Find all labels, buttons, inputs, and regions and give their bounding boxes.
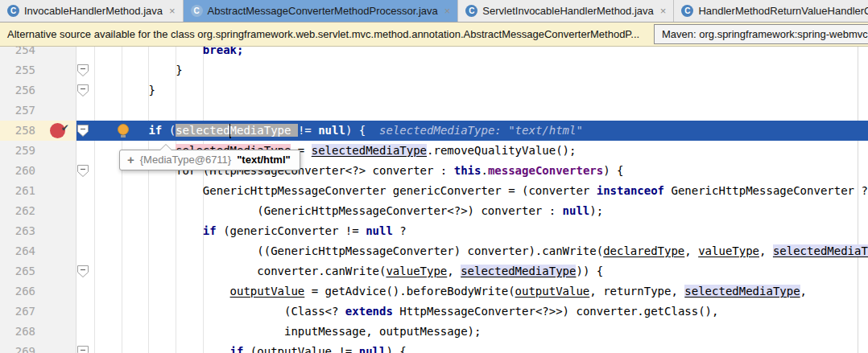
code-token: , (447, 265, 461, 277)
code-token: ? (393, 224, 407, 237)
code-token: declaredType (603, 244, 684, 257)
code-text[interactable]: break; (90, 47, 868, 60)
code-line: 268inputMessage, outputMessage); (0, 322, 868, 342)
code-text[interactable]: } (90, 80, 868, 101)
expand-plus-icon[interactable]: + (127, 154, 134, 166)
code-token: null (359, 345, 386, 353)
code-line: 267(Class<? extends HttpMessageConverter… (0, 302, 868, 322)
fold-region-icon[interactable] (76, 64, 89, 80)
code-token: ) { (386, 345, 406, 353)
code-text[interactable]: converter.canWrite(valueType, selectedMe… (90, 261, 868, 281)
code-token: null (366, 224, 393, 237)
code-text[interactable]: if (selectedMediaType != null) { selecte… (90, 121, 868, 141)
fold-strip (76, 80, 90, 101)
tooltip-value: "text/html" (237, 154, 291, 166)
editor-tab[interactable]: CServletInvocableHandlerMethod.java× (458, 0, 674, 22)
code-token: selectedMediaType (461, 265, 576, 277)
code-token: if (203, 224, 217, 237)
code-text[interactable]: GenericHttpMessageConverter genericConve… (90, 181, 868, 201)
fold-strip (76, 281, 90, 302)
code-line: 263if (genericConverter != null ? (0, 221, 868, 241)
gutter-cell: 265 (0, 261, 76, 281)
code-token: break; (203, 47, 244, 56)
code-token: HttpMessageConverter<?>>) converter.getC… (393, 305, 719, 318)
code-token: (genericConverter != (217, 224, 366, 237)
class-icon: C (7, 5, 19, 17)
intention-bulb-icon[interactable] (118, 124, 129, 135)
code-line: 256} (0, 80, 868, 101)
class-icon: C (191, 5, 203, 17)
code-token: ) { (345, 124, 379, 137)
editor-tab[interactable]: CHandlerMethodReturnValueHandlerCom× (674, 0, 868, 22)
tab-label: InvocableHandlerMethod.java (24, 5, 163, 17)
fold-region-icon[interactable] (76, 265, 89, 281)
fold-strip (76, 101, 90, 121)
code-token: instanceof (597, 184, 664, 197)
fold-region-icon[interactable] (76, 164, 89, 181)
gutter-cell: 261 (0, 181, 76, 201)
code-text[interactable]: if (genericConverter != null ? (90, 221, 868, 241)
code-token: if (230, 345, 244, 353)
fold-region-icon[interactable] (76, 124, 89, 141)
fold-region-icon[interactable] (76, 345, 89, 353)
code-line: 265converter.canWrite(valueType, selecte… (0, 261, 868, 281)
editor-tab-bar: CInvocableHandlerMethod.java×CAbstractMe… (0, 0, 868, 23)
code-token: , (759, 244, 773, 257)
code-token: extends (345, 305, 393, 318)
gutter-cell: 269 (0, 342, 76, 353)
code-token: .removeQualityValue(); (427, 144, 576, 157)
code-text[interactable]: (Class<? extends HttpMessageConverter<?>… (90, 302, 868, 322)
fold-strip (76, 47, 90, 60)
code-token: . (481, 164, 487, 177)
editor-tab[interactable]: CInvocableHandlerMethod.java× (0, 0, 184, 22)
code-token: != (298, 124, 318, 137)
code-editor[interactable]: 254break;255}256}257258if (selectedMedia… (0, 47, 868, 353)
tab-close-icon[interactable]: × (444, 6, 451, 16)
line-number: 258 (0, 121, 35, 141)
line-number: 254 (0, 47, 35, 60)
code-token: converter.canWrite( (257, 265, 386, 277)
code-text[interactable]: outputValue = getAdvice().beforeBodyWrit… (90, 281, 868, 302)
code-line: 261GenericHttpMessageConverter genericCo… (0, 181, 868, 201)
line-number: 269 (0, 342, 35, 353)
code-token: ) { (603, 164, 623, 177)
code-token: (Class<? (284, 305, 345, 318)
code-token: null (318, 124, 345, 137)
line-number: 264 (0, 241, 35, 261)
code-token: valueType (698, 244, 759, 257)
code-token: GenericHttpMessageConverter genericConve… (203, 184, 597, 197)
fold-strip (76, 60, 90, 80)
code-line: 257 (0, 101, 868, 121)
breakpoint-verified-icon[interactable] (50, 123, 65, 138)
code-token: = getAdvice().beforeBodyWrite( (304, 285, 515, 298)
fold-strip (76, 302, 90, 322)
code-token: , (684, 244, 698, 257)
fold-region-icon[interactable] (76, 84, 89, 101)
fold-strip (76, 221, 90, 241)
fold-strip (76, 181, 90, 201)
selected-token: selected (176, 124, 229, 137)
code-token: , returnType, (589, 285, 684, 298)
line-number: 267 (0, 302, 35, 322)
tab-close-icon[interactable]: × (169, 6, 176, 16)
code-token: ( (243, 345, 257, 353)
code-token: outputValue (257, 345, 332, 353)
code-text[interactable] (90, 101, 868, 121)
editor-tab[interactable]: CAbstractMessageConverterMethodProcessor… (184, 0, 459, 22)
code-text[interactable]: if (outputValue != null) { (90, 342, 868, 353)
code-text[interactable]: ((GenericHttpMessageConverter) converter… (90, 241, 868, 261)
tab-close-icon[interactable]: × (660, 6, 667, 16)
fold-strip (76, 141, 90, 161)
code-token: selectedMediaType (312, 144, 427, 157)
code-token: valueType (386, 265, 447, 277)
code-line: 258if (selectedMediaType != null) { sele… (0, 121, 868, 141)
code-text[interactable]: } (90, 60, 868, 80)
code-token: outputValue (230, 285, 305, 298)
source-selector-dropdown[interactable]: Maven: org.springframework:spring-webmvc… (654, 24, 868, 44)
code-line: 269if (outputValue != null) { (0, 342, 868, 353)
code-token: selectedMediaType (773, 244, 868, 257)
code-text[interactable]: (GenericHttpMessageConverter<?>) convert… (90, 201, 868, 221)
fold-strip (76, 241, 90, 261)
code-text[interactable]: inputMessage, outputMessage); (90, 322, 868, 342)
code-token: , (800, 285, 807, 298)
